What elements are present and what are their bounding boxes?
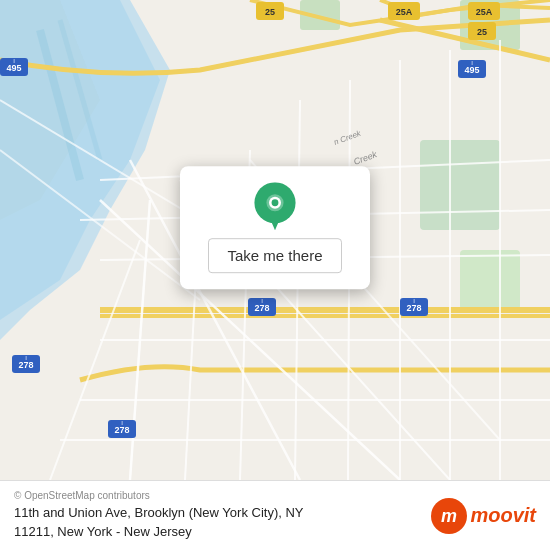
svg-marker-64 <box>270 218 280 230</box>
svg-text:25: 25 <box>265 7 275 17</box>
address-text: 11th and Union Ave, Brooklyn (New York C… <box>14 504 421 540</box>
info-bar: © OpenStreetMap contributors 11th and Un… <box>0 480 550 550</box>
svg-text:278: 278 <box>18 360 33 370</box>
copyright-text: © OpenStreetMap contributors <box>14 490 421 501</box>
take-me-there-button[interactable]: Take me there <box>208 238 341 273</box>
svg-text:495: 495 <box>464 65 479 75</box>
moovit-icon: m <box>431 498 467 534</box>
moovit-logo: m moovit <box>431 498 536 534</box>
svg-text:25A: 25A <box>476 7 493 17</box>
svg-rect-5 <box>420 140 500 230</box>
svg-text:495: 495 <box>6 63 21 73</box>
address-block: © OpenStreetMap contributors 11th and Un… <box>14 490 421 540</box>
svg-rect-6 <box>460 250 520 310</box>
svg-text:278: 278 <box>254 303 269 313</box>
location-card: Take me there <box>180 166 370 289</box>
svg-text:278: 278 <box>406 303 421 313</box>
map-container[interactable]: 278 I 278 I 278 I 495 I 495 I 25 25A 25A… <box>0 0 550 480</box>
moovit-text: moovit <box>470 504 536 527</box>
svg-text:m: m <box>441 506 457 526</box>
svg-text:25: 25 <box>477 27 487 37</box>
location-pin <box>251 182 299 230</box>
svg-text:278: 278 <box>114 425 129 435</box>
svg-text:25A: 25A <box>396 7 413 17</box>
address-line2: 11211, New York - New Jersey <box>14 524 192 539</box>
address-line1: 11th and Union Ave, Brooklyn (New York C… <box>14 505 304 520</box>
svg-point-63 <box>272 199 279 206</box>
